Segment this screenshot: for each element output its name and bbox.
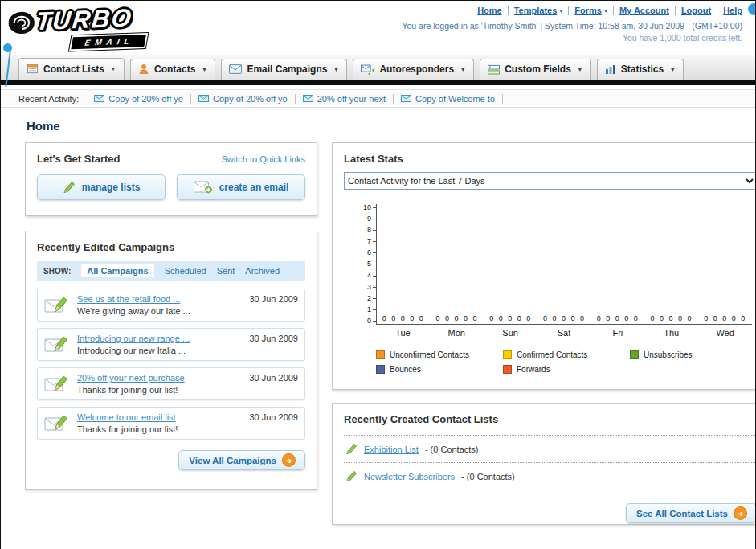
contact-list-item: Exhibition List - (0 Contacts) <box>344 436 756 463</box>
legend-item: Confirmed Contacts <box>503 350 630 359</box>
right-column: Latest Stats Contact Activity for the La… <box>332 142 756 525</box>
campaign-date: 30 Jun 2009 <box>249 373 298 395</box>
envelope-pencil-icon <box>44 294 70 316</box>
tab-custom-fields[interactable]: Custom Fields ▾ <box>480 59 591 80</box>
recent-activity-item: Copy of 20% off yo <box>191 94 296 104</box>
nav-divider-bar <box>1 80 755 85</box>
header-corner-dot <box>748 3 756 15</box>
see-all-contact-lists-button[interactable]: See All Contact Lists ➜ <box>626 503 756 523</box>
recent-activity-item: Copy of 20% off yo <box>87 94 191 104</box>
recent-activity-link[interactable]: Copy of 20% off yo <box>108 94 183 104</box>
contact-list-detail: - (0 Contacts) <box>461 472 515 481</box>
tab-contacts[interactable]: Contacts ▾ <box>130 59 215 80</box>
contact-list-name-link[interactable]: Exhibition List <box>364 445 419 454</box>
top-links: Home Templates▾ Forms▾ My Account Logout… <box>402 6 742 15</box>
chart-legend: Unconfirmed Contacts Confirmed Contacts … <box>376 350 756 374</box>
create-email-label: create an email <box>219 182 289 193</box>
stats-period-select[interactable]: Contact Activity for the Last 7 Days <box>344 172 756 190</box>
campaign-date: 30 Jun 2009 <box>249 294 298 316</box>
recent-activity-link[interactable]: Copy of 20% off yo <box>213 94 288 104</box>
filter-all-campaigns[interactable]: All Campaigns <box>81 264 153 277</box>
legend-item: Forwards <box>503 365 630 374</box>
campaign-subtitle: We're giving away our late ... <box>77 306 242 316</box>
recent-campaigns-panel: Recently Edited Campaigns SHOW: All Camp… <box>25 231 317 490</box>
legend-item: Bounces <box>376 365 503 374</box>
login-info: You are logged in as 'Timothy Smith' | S… <box>402 21 742 31</box>
recent-activity-label: Recent Activity: <box>18 94 79 104</box>
tab-contact-lists[interactable]: Contact Lists ▾ <box>18 58 125 80</box>
arrow-right-icon: ➜ <box>734 507 746 519</box>
tab-statistics[interactable]: Statistics ▾ <box>597 59 684 80</box>
view-all-campaigns-button[interactable]: View All Campaigns ➜ <box>178 450 305 470</box>
contacts-icon <box>138 64 149 75</box>
filter-archived[interactable]: Archived <box>245 266 280 276</box>
campaign-title-link[interactable]: See us at the retail food ... <box>77 294 242 304</box>
legend-swatch-confirmed <box>503 350 512 359</box>
footer-divider <box>1 531 755 531</box>
switch-quick-links-link[interactable]: Switch to Quick Links <box>221 154 305 164</box>
legend-label: Confirmed Contacts <box>517 350 587 359</box>
pencil-icon <box>345 470 358 482</box>
campaign-list: See us at the retail food ... We're givi… <box>37 289 305 440</box>
contact-lists-panel: Recently Created Contact Lists Exhibitio… <box>332 403 756 525</box>
contact-lists-list: Exhibition List - (0 Contacts) Newslette… <box>344 435 756 490</box>
legend-label: Unsubscribes <box>644 350 693 359</box>
recent-activity-link[interactable]: 20% off your next <box>317 94 386 104</box>
envelope-icon <box>198 95 209 102</box>
email-campaigns-icon <box>229 64 242 74</box>
top-link-templates[interactable]: Templates <box>514 6 558 15</box>
top-link-forms[interactable]: Forms <box>574 6 602 15</box>
contact-list-name-link[interactable]: Newsletter Subscribers <box>364 472 455 481</box>
autoresponders-icon <box>361 64 374 75</box>
legend-swatch-forwards <box>503 365 512 374</box>
campaign-title-link[interactable]: Welcome to our email list <box>77 412 242 422</box>
main-nav: Contact Lists ▾ Contacts ▾ Email Campaig… <box>1 55 755 80</box>
chevron-down-icon: ▾ <box>604 7 607 14</box>
envelope-pencil-icon <box>44 334 70 355</box>
campaign-date: 30 Jun 2009 <box>249 412 298 434</box>
campaign-row: 20% off your next purchase Thanks for jo… <box>37 367 305 400</box>
campaign-row: Introducing our new range ... Introducin… <box>37 328 305 361</box>
see-all-contact-lists-label: See All Contact Lists <box>636 509 728 518</box>
credits-info: You have 1,000 total credits left. <box>402 33 742 43</box>
header-right: Home Templates▾ Forms▾ My Account Logout… <box>402 6 742 43</box>
recent-activity-link[interactable]: Copy of Welcome to <box>415 94 495 104</box>
envelope-pencil-icon <box>44 412 70 434</box>
chevron-down-icon: ▾ <box>461 66 464 73</box>
tab-email-campaigns[interactable]: Email Campaigns ▾ <box>221 59 347 80</box>
arrow-right-icon: ➜ <box>283 454 295 466</box>
chevron-down-icon: ▾ <box>671 66 674 73</box>
statistics-icon <box>605 64 616 75</box>
get-started-title: Let's Get Started <box>37 153 121 165</box>
campaign-title-link[interactable]: Introducing our new range ... <box>77 334 242 343</box>
app-window: TURBO EMAIL Home Templates▾ Forms▾ My Ac… <box>0 0 756 549</box>
manage-lists-button[interactable]: manage lists <box>37 174 166 200</box>
contact-list-detail: - (0 Contacts) <box>425 445 479 454</box>
filter-sent[interactable]: Sent <box>217 266 235 276</box>
logo-text-turbo: TURBO <box>35 4 134 36</box>
recent-campaigns-title: Recently Edited Campaigns <box>37 241 305 253</box>
top-link-help[interactable]: Help <box>723 6 742 15</box>
legend-label: Bounces <box>390 365 421 374</box>
top-link-my-account[interactable]: My Account <box>619 6 669 15</box>
create-email-button[interactable]: create an email <box>177 174 305 200</box>
chevron-down-icon: ▾ <box>112 65 115 72</box>
tab-label: Email Campaigns <box>247 64 327 75</box>
campaign-title-link[interactable]: 20% off your next purchase <box>77 373 242 383</box>
chart-zero-row: 0 0 0 0 00 0 0 0 00 0 0 0 00 0 0 0 00 0 … <box>377 314 752 322</box>
manage-lists-label: manage lists <box>82 182 141 193</box>
tab-autoresponders[interactable]: Autoresponders ▾ <box>353 59 474 80</box>
logo-text-email: EMAIL <box>71 35 146 49</box>
page-title: Home <box>27 119 731 133</box>
campaign-date: 30 Jun 2009 <box>249 334 298 355</box>
envelope-icon <box>94 95 104 102</box>
envelope-icon <box>303 95 313 102</box>
custom-fields-icon <box>488 64 500 75</box>
tab-label: Contacts <box>154 64 195 75</box>
chevron-down-icon: ▾ <box>334 66 337 73</box>
top-link-home[interactable]: Home <box>477 6 502 15</box>
top-link-logout[interactable]: Logout <box>681 6 711 15</box>
contact-list-item: Newsletter Subscribers - (0 Contacts) <box>344 463 756 490</box>
filter-scheduled[interactable]: Scheduled <box>165 266 206 276</box>
recent-activity-bar: Recent Activity: Copy of 20% off yo Copy… <box>1 89 755 108</box>
